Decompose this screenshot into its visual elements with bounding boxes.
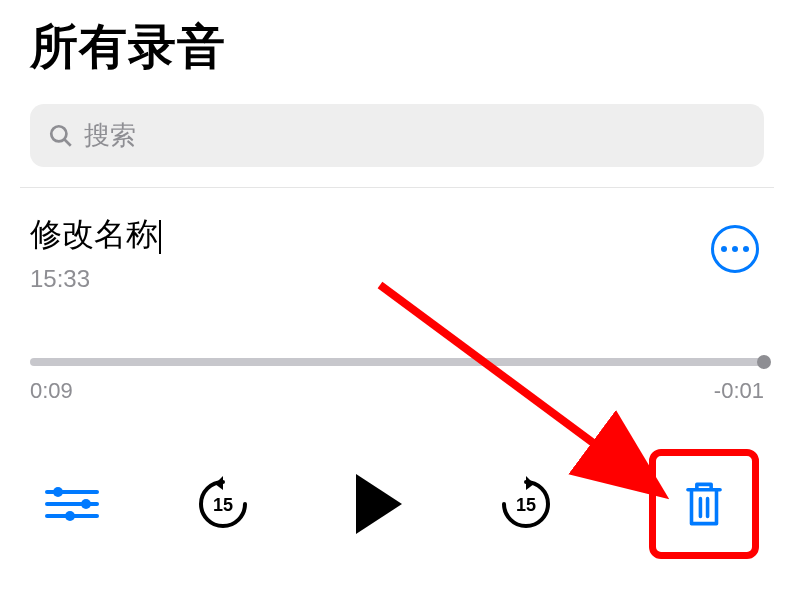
- timeline-labels: 0:09 -0:01: [30, 378, 764, 404]
- search-input[interactable]: 搜索: [30, 104, 764, 167]
- search-placeholder: 搜索: [84, 118, 136, 153]
- page-title: 所有录音: [30, 15, 764, 79]
- ellipsis-icon: [721, 246, 749, 252]
- timeline-scrubber[interactable]: [30, 358, 764, 366]
- delete-button-highlight: [649, 449, 759, 559]
- recording-title-input[interactable]: 修改名称: [30, 213, 161, 257]
- settings-button[interactable]: [45, 490, 99, 518]
- skip-back-15-icon: 15: [195, 476, 251, 532]
- text-cursor: [159, 220, 161, 254]
- svg-text:15: 15: [515, 495, 535, 515]
- timeline-handle[interactable]: [757, 355, 771, 369]
- sliders-icon: [45, 514, 99, 518]
- skip-forward-15-icon: 15: [498, 476, 554, 532]
- recording-timestamp: 15:33: [30, 265, 161, 293]
- recording-title-row: 修改名称 15:33: [30, 213, 764, 293]
- svg-text:15: 15: [212, 495, 232, 515]
- remaining-time: -0:01: [714, 378, 764, 404]
- sliders-icon: [45, 502, 99, 506]
- svg-point-0: [51, 126, 66, 141]
- play-button[interactable]: [356, 474, 402, 534]
- skip-forward-button[interactable]: 15: [498, 476, 554, 532]
- header: 所有录音: [0, 0, 794, 89]
- recording-title-group: 修改名称 15:33: [30, 213, 161, 293]
- trash-icon[interactable]: [682, 479, 726, 529]
- playback-controls: 15 15: [0, 419, 794, 579]
- skip-back-button[interactable]: 15: [195, 476, 251, 532]
- recording-item: 修改名称 15:33: [0, 188, 794, 308]
- timeline-container: 0:09 -0:01: [30, 358, 764, 404]
- sliders-icon: [45, 490, 99, 494]
- svg-line-1: [64, 139, 71, 146]
- more-options-button[interactable]: [711, 225, 759, 273]
- search-icon: [48, 123, 74, 149]
- elapsed-time: 0:09: [30, 378, 73, 404]
